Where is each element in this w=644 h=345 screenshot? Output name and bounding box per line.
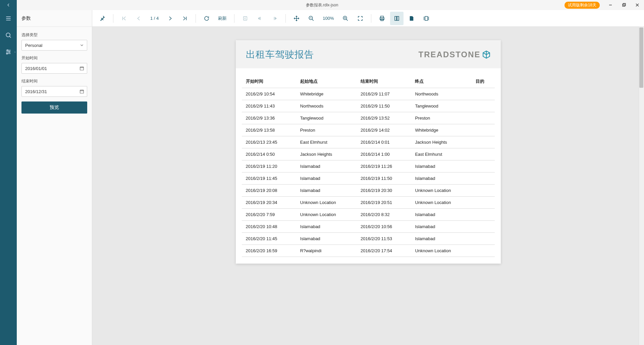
svg-rect-2 <box>623 3 626 6</box>
table-cell <box>472 221 495 233</box>
start-date-input[interactable]: 2016/01/01 <box>21 63 87 74</box>
table-cell <box>472 209 495 221</box>
table-cell: 2016/2/19 11:20 <box>242 160 296 172</box>
pin-button[interactable] <box>96 12 109 25</box>
table-cell: Northwoods <box>411 88 471 100</box>
table-cell: Preston <box>296 124 357 136</box>
last-page-button[interactable] <box>178 12 192 25</box>
separator <box>234 14 234 23</box>
separator <box>371 14 371 23</box>
fullscreen-button[interactable] <box>354 12 367 25</box>
table-cell: 2016/2/14 0:50 <box>242 148 296 160</box>
gallery-button[interactable] <box>420 12 433 25</box>
report-table: 开始时间起始地点结束时间终点目的 2016/2/9 10:54Whitebrid… <box>242 68 495 257</box>
single-page-button[interactable] <box>390 12 404 25</box>
table-cell: 2016/2/19 20:08 <box>242 185 296 197</box>
move-button[interactable] <box>290 12 303 25</box>
refresh-button[interactable] <box>200 12 213 25</box>
table-cell: Islamabad <box>411 160 471 172</box>
svg-rect-26 <box>244 16 247 20</box>
print-button[interactable] <box>375 12 389 25</box>
table-row: 2016/2/19 20:08Islamabad2016/2/19 20:30U… <box>242 185 495 197</box>
scrollbar-thumb[interactable] <box>639 27 643 88</box>
chevron-right-icon: › <box>14 51 15 54</box>
zoom-label[interactable]: 100% <box>319 16 337 21</box>
table-cell <box>472 136 495 148</box>
table-header: 开始时间 <box>242 68 296 88</box>
table-cell: Unknown Location <box>296 197 357 209</box>
type-label: 选择类型 <box>21 32 87 38</box>
table-cell: Islamabad <box>296 185 357 197</box>
report-viewport[interactable]: 出租车驾驶报告 TREADSTONE 开始时间起始地点结束时间终点目的 2016… <box>92 27 644 345</box>
table-cell: 2016/2/14 1:00 <box>357 148 411 160</box>
table-header: 目的 <box>472 68 495 88</box>
table-row: 2016/2/20 7:59Unknown Location2016/2/20 … <box>242 209 495 221</box>
search-button[interactable] <box>0 27 17 44</box>
table-cell: Whitebridge <box>411 124 471 136</box>
svg-line-33 <box>346 19 348 21</box>
minimize-button[interactable] <box>604 0 617 10</box>
table-cell: Tanglewood <box>296 112 357 124</box>
type-select[interactable]: Personal <box>21 40 87 51</box>
preview-button[interactable]: 预览 <box>21 101 87 114</box>
step-fwd-button[interactable] <box>268 12 281 25</box>
svg-rect-20 <box>80 90 84 93</box>
first-page-button[interactable] <box>117 12 131 25</box>
title-bar: 参数报表.rdlx-json 试用版剩余18天 <box>0 0 644 10</box>
table-cell: Jackson Heights <box>296 148 357 160</box>
table-cell <box>472 148 495 160</box>
prev-page-button[interactable] <box>132 12 146 25</box>
scrollbar[interactable] <box>639 27 644 345</box>
page-indicator: 1 / 4 <box>147 16 162 21</box>
table-cell <box>472 160 495 172</box>
table-cell: 2016/2/19 20:51 <box>357 197 411 209</box>
table-cell: Islamabad <box>411 209 471 221</box>
table-cell <box>472 88 495 100</box>
table-cell: Unknown Location <box>411 185 471 197</box>
back-button[interactable] <box>0 0 17 10</box>
table-cell <box>472 233 495 245</box>
table-cell: 2016/2/9 14:02 <box>357 124 411 136</box>
table-row: 2016/2/9 10:54Whitebridge2016/2/9 11:07N… <box>242 88 495 100</box>
svg-point-13 <box>9 51 10 52</box>
table-cell: 2016/2/19 20:34 <box>242 197 296 209</box>
svg-rect-27 <box>260 17 261 20</box>
table-row: 2016/2/9 13:36Tanglewood2016/2/9 13:52Pr… <box>242 112 495 124</box>
table-cell: 2016/2/19 11:26 <box>357 160 411 172</box>
close-button[interactable] <box>631 0 644 10</box>
table-cell <box>472 245 495 257</box>
table-cell: Islamabad <box>411 233 471 245</box>
end-date-input[interactable]: 2016/12/31 <box>21 86 87 97</box>
zoom-in-button[interactable] <box>339 12 352 25</box>
end-date-value: 2016/12/31 <box>25 89 47 94</box>
separator <box>113 14 113 23</box>
trial-badge: 试用版剩余18天 <box>565 2 600 9</box>
table-cell: 2016/2/9 13:58 <box>242 124 296 136</box>
table-cell: 2016/2/20 16:59 <box>242 245 296 257</box>
menu-button[interactable] <box>0 10 17 27</box>
table-cell: Preston <box>411 112 471 124</box>
table-cell <box>472 172 495 185</box>
chevron-down-icon <box>79 43 84 48</box>
table-cell: Islamabad <box>296 233 357 245</box>
table-cell: Northwoods <box>296 100 357 112</box>
history-back-button[interactable] <box>238 12 252 25</box>
next-page-button[interactable] <box>163 12 177 25</box>
table-cell: 2016/2/9 13:36 <box>242 112 296 124</box>
window-title: 参数报表.rdlx-json <box>306 2 338 8</box>
table-cell: Islamabad <box>296 221 357 233</box>
table-cell: East Elmhurst <box>296 136 357 148</box>
continuous-page-button[interactable] <box>405 12 418 25</box>
maximize-button[interactable] <box>617 0 631 10</box>
svg-point-11 <box>7 50 8 51</box>
settings-button[interactable]: › <box>0 44 17 60</box>
end-label: 结束时间 <box>21 78 87 84</box>
table-cell: Jackson Heights <box>411 136 471 148</box>
table-header: 终点 <box>411 68 471 88</box>
table-cell: Whitebridge <box>296 88 357 100</box>
table-cell: 2016/2/19 11:45 <box>242 172 296 185</box>
table-row: 2016/2/20 11:45Islamabad2016/2/20 11:53I… <box>242 233 495 245</box>
step-back-button[interactable] <box>253 12 267 25</box>
zoom-out-button[interactable] <box>305 12 318 25</box>
table-row: 2016/2/20 16:59R?walpindi2016/2/20 17:54… <box>242 245 495 257</box>
